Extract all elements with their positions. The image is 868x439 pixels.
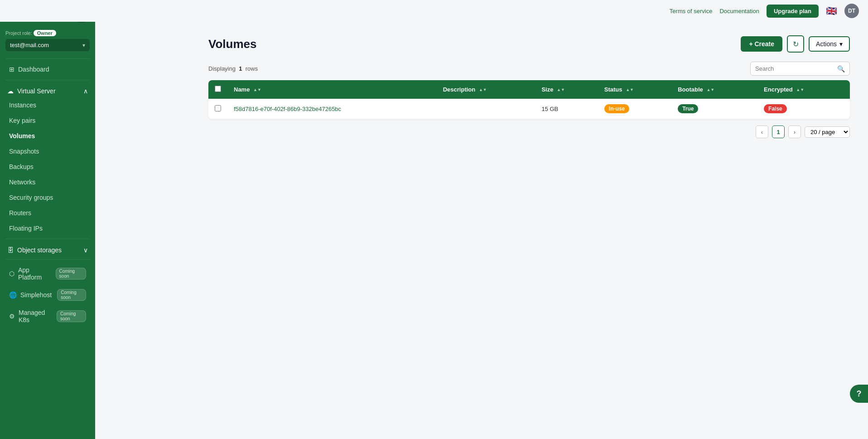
divider-1	[5, 58, 90, 59]
sort-description-icon[interactable]: ▲▼	[479, 88, 487, 92]
topbar: Terms of service Documentation Upgrade p…	[0, 0, 868, 22]
coming-soon-badge: Coming soon	[56, 268, 86, 280]
project-role-badge: Owner	[34, 30, 56, 36]
sidebar-item-label: Security groups	[9, 194, 53, 201]
row-bootable: True	[671, 99, 757, 119]
col-status: Status ▲▼	[598, 80, 671, 99]
encrypted-badge: False	[764, 104, 787, 113]
sort-size-icon[interactable]: ▲▼	[557, 88, 565, 92]
sidebar-item-label: Simplehost	[20, 291, 52, 299]
app-icon: ⬡	[9, 270, 14, 277]
sidebar-item-label: Volumes	[9, 132, 35, 140]
row-size: 15 GB	[535, 99, 598, 119]
sidebar-item-security-groups[interactable]: Security groups	[2, 190, 93, 205]
search-input[interactable]	[755, 62, 834, 75]
sidebar-item-simplehost[interactable]: 🌐 Simplehost Coming soon	[2, 285, 93, 305]
sidebar-item-label: App Platform	[18, 266, 50, 281]
bootable-badge: True	[678, 104, 698, 113]
sidebar: TTC ◀ Project role: Owner test@mail.com …	[0, 0, 95, 439]
row-encrypted: False	[757, 99, 850, 119]
sidebar-item-label: Key pairs	[9, 117, 35, 124]
row-name: f58d7816-e70f-402f-86b9-332be47265bc	[227, 99, 437, 119]
sidebar-section-virtual-server[interactable]: ☁ Virtual Server ∧	[0, 83, 95, 97]
col-size: Size ▲▼	[535, 80, 598, 99]
select-all-checkbox[interactable]	[215, 86, 221, 92]
sidebar-item-volumes[interactable]: Volumes	[2, 128, 93, 144]
sidebar-item-label: Routers	[9, 209, 31, 217]
search-icon: 🔍	[837, 65, 845, 72]
upgrade-button[interactable]: Upgrade plan	[767, 5, 819, 18]
next-page-button[interactable]: ›	[788, 125, 801, 138]
sidebar-item-networks[interactable]: Networks	[2, 174, 93, 190]
sidebar-item-managed-k8s[interactable]: ⚙ Managed K8s Coming soon	[2, 305, 93, 328]
page-title: Volumes	[208, 37, 256, 51]
actions-chevron-icon: ▾	[839, 40, 843, 48]
dashboard-icon: ⊞	[9, 66, 14, 73]
sidebar-item-backups[interactable]: Backups	[2, 159, 93, 174]
sidebar-item-label: Managed K8s	[19, 309, 51, 323]
avatar[interactable]: DT	[844, 4, 859, 18]
displaying-text: Displaying 1 rows	[208, 65, 258, 72]
col-description: Description ▲▼	[437, 80, 535, 99]
help-button[interactable]: ?	[850, 385, 868, 403]
refresh-icon: ↻	[793, 40, 799, 48]
section-label: Virtual Server	[17, 87, 80, 95]
volumes-table: Name ▲▼ Description ▲▼ Size ▲▼ Status ▲▼…	[208, 80, 850, 119]
sidebar-item-floating-ips[interactable]: Floating IPs	[2, 221, 93, 236]
account-select-wrap: test@mail.com	[5, 39, 90, 51]
page-header: Volumes + Create ↻ Actions ▾	[208, 35, 850, 53]
sidebar-item-label: Dashboard	[18, 66, 49, 73]
sidebar-item-label: Snapshots	[9, 148, 39, 155]
sidebar-item-app-platform[interactable]: ⬡ App Platform Coming soon	[2, 262, 93, 285]
volume-name-link[interactable]: f58d7816-e70f-402f-86b9-332be47265bc	[234, 106, 341, 112]
sidebar-item-label: Floating IPs	[9, 225, 43, 232]
row-description	[437, 99, 535, 119]
search-wrap: 🔍	[750, 62, 850, 76]
sort-status-icon[interactable]: ▲▼	[626, 88, 634, 92]
terms-link[interactable]: Terms of service	[670, 8, 713, 14]
sidebar-item-snapshots[interactable]: Snapshots	[2, 144, 93, 159]
row-checkbox[interactable]	[215, 105, 221, 111]
prev-page-button[interactable]: ‹	[756, 125, 768, 138]
table-toolbar: Displaying 1 rows 🔍	[208, 62, 850, 76]
page-size-select[interactable]: 20 / page 10 / page 50 / page 100 / page	[805, 126, 850, 138]
virtual-server-items: Instances Key pairs Volumes Snapshots Ba…	[0, 97, 95, 236]
divider-2	[5, 80, 90, 80]
sidebar-item-dashboard[interactable]: ⊞ Dashboard	[2, 62, 93, 77]
docs-link[interactable]: Documentation	[719, 8, 759, 14]
section-label: Object storages	[17, 246, 80, 254]
sort-bootable-icon[interactable]: ▲▼	[706, 88, 714, 92]
sort-encrypted-icon[interactable]: ▲▼	[796, 88, 804, 92]
col-bootable: Bootable ▲▼	[671, 80, 757, 99]
actions-label: Actions	[816, 40, 837, 48]
globe-icon: 🌐	[9, 291, 17, 299]
account-select[interactable]: test@mail.com	[5, 39, 90, 51]
sidebar-item-instances[interactable]: Instances	[2, 97, 93, 113]
sidebar-item-routers[interactable]: Routers	[2, 205, 93, 221]
actions-button[interactable]: Actions ▾	[809, 36, 850, 52]
main-content: Volumes + Create ↻ Actions ▾ Displaying …	[190, 22, 868, 439]
table-header: Name ▲▼ Description ▲▼ Size ▲▼ Status ▲▼…	[208, 80, 850, 99]
status-badge: In-use	[604, 104, 629, 113]
current-page-button[interactable]: 1	[772, 125, 785, 138]
row-status: In-use	[598, 99, 671, 119]
sidebar-section-object-storages[interactable]: 🗄 Object storages ∨	[0, 242, 95, 256]
refresh-button[interactable]: ↻	[787, 35, 804, 53]
language-flag[interactable]: 🇬🇧	[826, 5, 837, 16]
coming-soon-badge-2: Coming soon	[57, 289, 86, 301]
col-name: Name ▲▼	[227, 80, 437, 99]
table-body: f58d7816-e70f-402f-86b9-332be47265bc 15 …	[208, 99, 850, 119]
chevron-up-icon: ∧	[83, 87, 88, 95]
help-icon: ?	[857, 389, 862, 399]
project-section: Project role: Owner test@mail.com	[0, 27, 95, 56]
cloud-icon: ☁	[7, 87, 14, 95]
select-all-cell	[208, 80, 227, 99]
coming-soon-badge-3: Coming soon	[57, 310, 86, 322]
storage-icon: 🗄	[7, 246, 14, 254]
chevron-down-icon: ∨	[83, 246, 88, 254]
sort-name-icon[interactable]: ▲▼	[253, 88, 261, 92]
sidebar-item-label: Backups	[9, 163, 34, 170]
create-button[interactable]: + Create	[741, 36, 782, 52]
sidebar-item-key-pairs[interactable]: Key pairs	[2, 113, 93, 128]
row-checkbox-cell	[208, 99, 227, 119]
